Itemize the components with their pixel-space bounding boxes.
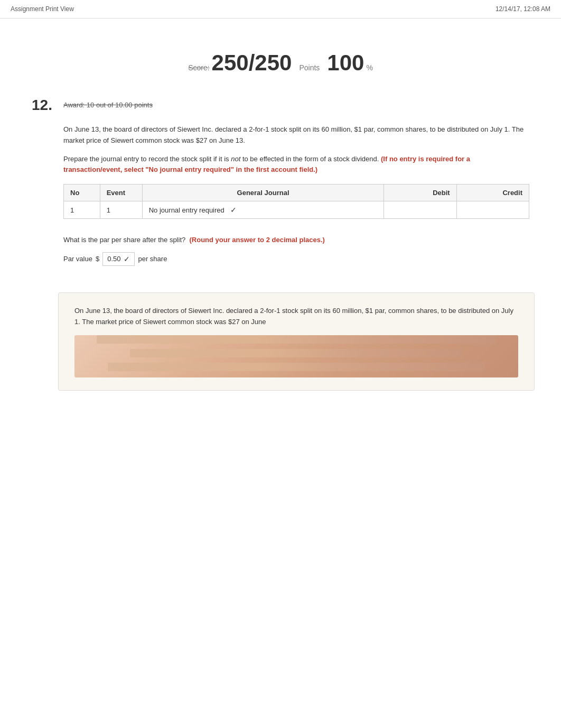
score-label: Score: bbox=[188, 63, 209, 72]
col-header-event: Event bbox=[100, 185, 142, 201]
score-section: Score: 250/250 Points 100 % bbox=[0, 19, 561, 86]
cell-debit bbox=[384, 201, 456, 219]
par-label: Par value bbox=[63, 255, 92, 263]
score-percent-sign: % bbox=[366, 63, 372, 72]
instruction-plain2: to be effected in the form of a stock di… bbox=[240, 155, 379, 163]
cell-credit bbox=[456, 201, 529, 219]
header-right: 12/14/17, 12:08 AM bbox=[495, 5, 550, 13]
par-value: 0.50 bbox=[107, 255, 120, 263]
question-number: 12. bbox=[32, 97, 63, 114]
answer-text-1: On June 13, the board of directors of Si… bbox=[74, 306, 518, 328]
score-percent: 100 bbox=[327, 50, 364, 76]
instruction-italic: not bbox=[231, 155, 240, 163]
award-text: Award: 10 out of 10.00 points bbox=[63, 101, 153, 109]
par-question-text: What is the par per share after the spli… bbox=[63, 235, 529, 246]
blurred-line-3 bbox=[108, 363, 485, 371]
blurred-line-2 bbox=[130, 349, 463, 357]
journal-table: No Event General Journal Debit Credit 1 … bbox=[63, 184, 529, 219]
score-points-label: Points bbox=[299, 63, 320, 72]
blurred-content bbox=[74, 335, 518, 377]
table-row: 1 1 No journal entry required ✓ bbox=[64, 201, 529, 219]
par-question-plain: What is the par per share after the spli… bbox=[63, 236, 185, 244]
question-instruction: Prepare the journal entry to record the … bbox=[63, 154, 529, 176]
par-input-row: Par value $ 0.50 ✓ per share bbox=[63, 252, 529, 266]
question-container: 12. Award: 10 out of 10.00 points On Jun… bbox=[0, 86, 561, 401]
question-body: On June 13, the board of directors of Si… bbox=[63, 124, 529, 391]
cell-event: 1 bbox=[100, 201, 142, 219]
par-instruction-red: (Round your answer to 2 decimal places.) bbox=[189, 236, 324, 244]
blurred-line-1 bbox=[97, 335, 496, 344]
header-left: Assignment Print View bbox=[11, 5, 74, 13]
question-body-text: On June 13, the board of directors of Si… bbox=[63, 124, 529, 146]
col-header-credit: Credit bbox=[456, 185, 529, 201]
par-section: What is the par per share after the spli… bbox=[63, 235, 529, 266]
answer-section: On June 13, the board of directors of Si… bbox=[58, 292, 535, 391]
page-header: Assignment Print View 12/14/17, 12:08 AM bbox=[0, 0, 561, 19]
par-dollar: $ bbox=[96, 255, 99, 263]
col-header-general-journal: General Journal bbox=[142, 185, 384, 201]
cell-general-journal: No journal entry required ✓ bbox=[142, 201, 384, 219]
col-header-no: No bbox=[64, 185, 100, 201]
instruction-plain1: Prepare the journal entry to record the … bbox=[63, 155, 231, 163]
cell-no: 1 bbox=[64, 201, 100, 219]
par-per-share: per share bbox=[138, 255, 167, 263]
score-value: 250/250 bbox=[212, 50, 292, 76]
col-header-debit: Debit bbox=[384, 185, 456, 201]
question-header: 12. Award: 10 out of 10.00 points bbox=[32, 97, 529, 114]
par-value-box[interactable]: 0.50 ✓ bbox=[102, 252, 135, 266]
par-checkmark-icon: ✓ bbox=[124, 255, 130, 263]
checkmark-icon: ✓ bbox=[230, 206, 237, 214]
